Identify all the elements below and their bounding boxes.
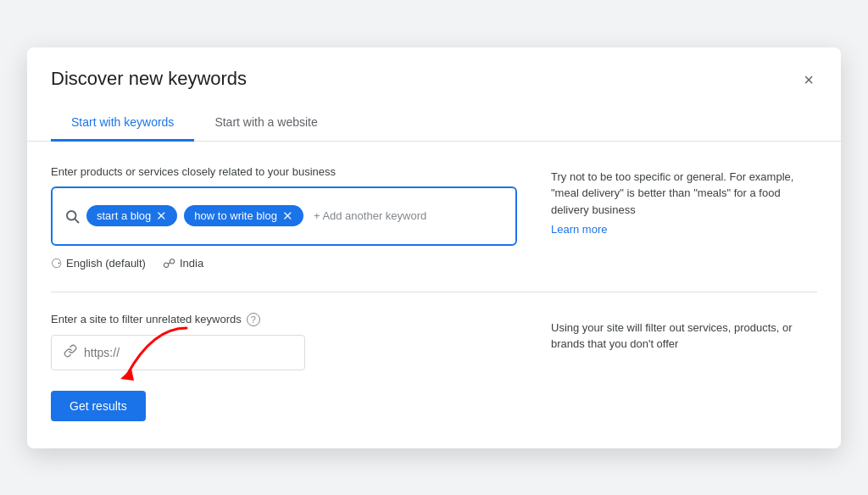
tab-start-with-keywords[interactable]: Start with keywords <box>51 105 194 142</box>
learn-more-link[interactable]: Learn more <box>551 223 817 236</box>
keywords-section-label: Enter products or services closely relat… <box>51 165 517 178</box>
locale-row: ⚆ English (default) ☍ India <box>51 256 517 271</box>
location-icon: ☍ <box>163 256 175 271</box>
close-button[interactable]: × <box>800 68 817 92</box>
tab-start-with-website[interactable]: Start with a website <box>194 105 337 142</box>
chip-1-close-icon[interactable]: ✕ <box>156 209 167 222</box>
site-filter-hint-text: Using your site will filter out services… <box>551 316 817 353</box>
dialog-title: Discover new keywords <box>51 68 247 90</box>
tab-bar: Start with keywords Start with a website <box>27 105 841 142</box>
keywords-section-row: Enter products or services closely relat… <box>51 165 817 271</box>
site-filter-label: Enter a site to filter unrelated keyword… <box>51 313 517 326</box>
get-results-wrapper: Get results <box>51 370 146 421</box>
site-filter-section-left: Enter a site to filter unrelated keyword… <box>51 313 517 421</box>
dialog-body: Enter products or services closely relat… <box>27 142 841 448</box>
svg-line-1 <box>75 219 78 222</box>
section-divider <box>51 292 817 292</box>
translate-icon: ⚆ <box>51 256 62 271</box>
get-results-button[interactable]: Get results <box>51 391 146 421</box>
dialog-header: Discover new keywords × <box>27 47 841 92</box>
help-icon[interactable]: ? <box>247 313 260 326</box>
keyword-input-box[interactable]: start a blog ✕ how to write blog ✕ + Add… <box>51 186 517 246</box>
location-locale-item: ☍ India <box>163 256 203 271</box>
keyword-chip-2[interactable]: how to write blog ✕ <box>184 205 303 226</box>
site-filter-hint-section: Using your site will filter out services… <box>551 313 817 353</box>
add-keyword-placeholder[interactable]: + Add another keyword <box>314 209 426 222</box>
link-icon <box>64 344 77 361</box>
keyword-chip-1[interactable]: start a blog ✕ <box>86 205 177 226</box>
url-input-box[interactable] <box>51 335 305 370</box>
search-icon <box>64 209 80 224</box>
site-filter-section-row: Enter a site to filter unrelated keyword… <box>51 313 817 421</box>
discover-keywords-dialog: Discover new keywords × Start with keywo… <box>27 47 841 448</box>
keywords-section-left: Enter products or services closely relat… <box>51 165 517 271</box>
keywords-hint-text: Try not to be too specific or general. F… <box>551 169 817 219</box>
keywords-hint-section: Try not to be too specific or general. F… <box>551 165 817 236</box>
chip-2-close-icon[interactable]: ✕ <box>282 209 293 222</box>
svg-marker-2 <box>120 369 134 381</box>
url-input-field[interactable] <box>84 346 292 359</box>
language-locale-item: ⚆ English (default) <box>51 256 146 271</box>
